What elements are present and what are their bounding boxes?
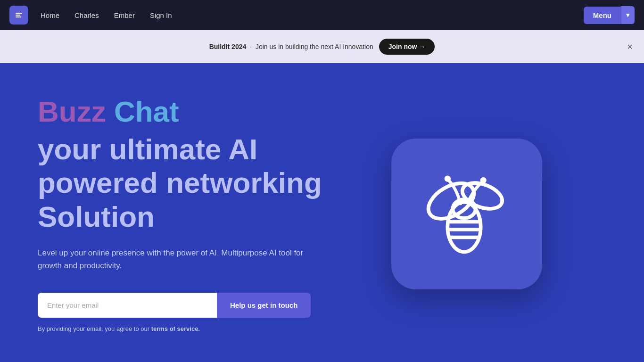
- banner-separator: ·: [250, 43, 252, 50]
- banner-text: BuildIt 2024 · Join us in building the n…: [209, 43, 373, 50]
- hero-terms-link[interactable]: terms of service.: [151, 325, 200, 332]
- hero-section: Buzz Chat your ultimate AI powered netwo…: [0, 63, 644, 362]
- nav-links: Home Charles Ember Sign In: [41, 9, 579, 21]
- nav-charles[interactable]: Charles: [74, 9, 99, 21]
- banner-close-button[interactable]: ×: [627, 42, 633, 51]
- hero-cta-button[interactable]: Help us get in touch: [217, 293, 311, 318]
- nav-logo[interactable]: [9, 6, 28, 25]
- app-icon: [391, 139, 542, 289]
- bee-icon: [415, 162, 519, 266]
- menu-chevron-button[interactable]: ▾: [621, 6, 635, 24]
- banner-title: BuildIt 2024: [209, 43, 247, 50]
- hero-form: Help us get in touch: [38, 293, 358, 318]
- svg-point-8: [480, 177, 487, 183]
- menu-button[interactable]: Menu: [584, 7, 621, 24]
- hero-buzz-text: Buzz: [38, 95, 106, 128]
- navbar: Home Charles Ember Sign In Menu ▾: [0, 0, 644, 30]
- nav-ember[interactable]: Ember: [114, 9, 135, 21]
- email-input[interactable]: [38, 293, 217, 318]
- hero-title-line1: Buzz Chat: [38, 96, 358, 128]
- hero-terms-prefix: By providing your email, you agree to ou…: [38, 325, 151, 332]
- hero-chat-text: Chat: [106, 95, 179, 128]
- hero-tagline: your ultimate AI powered networking Solu…: [38, 132, 358, 233]
- nav-home[interactable]: Home: [41, 9, 59, 21]
- nav-signin[interactable]: Sign In: [150, 9, 172, 21]
- banner-cta-button[interactable]: Join now →: [379, 39, 435, 55]
- hero-terms: By providing your email, you agree to ou…: [38, 325, 358, 332]
- banner-description: Join us in building the next AI Innovati…: [256, 43, 373, 50]
- svg-point-7: [445, 176, 451, 182]
- hero-content: Buzz Chat your ultimate AI powered netwo…: [38, 96, 358, 332]
- nav-right: Menu ▾: [584, 6, 635, 24]
- hero-subtitle: Level up your online presence with the p…: [38, 247, 311, 272]
- announcement-banner: BuildIt 2024 · Join us in building the n…: [0, 30, 644, 63]
- hero-visual: [387, 139, 547, 289]
